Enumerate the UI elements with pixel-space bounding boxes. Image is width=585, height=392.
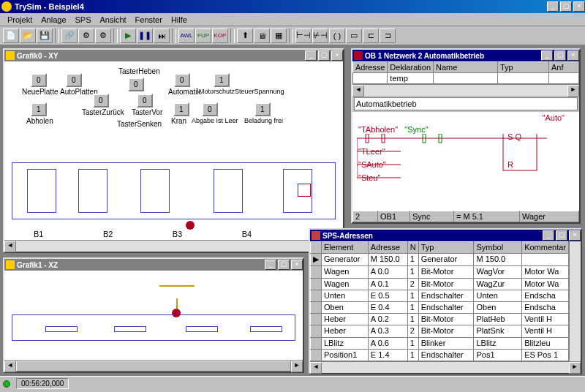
tastervor-btn[interactable]: 0 [137,94,153,108]
menu-sps[interactable]: SPS [71,14,96,26]
abholen-btn[interactable]: 1 [31,102,47,116]
sps-table[interactable]: ElementAdresseNTypSymbolKommentar▶Genera… [310,241,569,361]
menu-anlage[interactable]: Anlage [37,14,70,26]
tool-branch-icon[interactable]: ⊏ [363,29,379,43]
ob1-maximize[interactable]: ▢ [554,50,566,61]
grafik1-close[interactable]: × [291,260,303,270]
tool-gear2-icon[interactable]: ⚙ [95,29,111,43]
ob1-minimize[interactable]: _ [541,50,553,61]
menu-ansicht[interactable]: Ansicht [96,14,131,26]
tool-contact1-icon[interactable]: ⊢⊣ [295,29,312,43]
ob1-col-typ[interactable]: Typ [498,62,549,73]
ob1-col-anf[interactable]: Anf [549,62,579,73]
sps-col-1[interactable]: Element [322,242,369,254]
beladung-btn[interactable]: 1 [254,102,271,116]
table-row[interactable]: UntenE 0.51EndschalterUntenEndscha [311,290,569,301]
ob1-title: OB 1 Netzwerk 2 Automatikbetrieb [365,52,540,60]
table-row[interactable]: Position1E 1.41EndschalterPos1ES Pos 1 [311,349,569,361]
tool-gear-icon[interactable]: ⚙ [78,29,94,43]
grafik0-scroll-h[interactable]: ◄► [4,240,343,252]
table-row[interactable]: WagenA 0.01Bit-MotorWagVorMotor Wa [311,266,569,278]
tool-pause-icon[interactable]: ❚❚ [137,29,153,43]
abgabe-btn[interactable]: 0 [202,102,218,116]
tool-box-icon[interactable]: ▭ [346,29,362,43]
table-row[interactable]: ObenE 0.41EndschalterObenEndscha [311,302,569,314]
ob1-subtitle-input[interactable] [354,97,578,110]
sps-maximize[interactable]: ▢ [556,230,567,241]
ladder-tabholen-tag: "TAbholen" [358,125,398,134]
motorschutz-btn[interactable]: 1 [214,73,230,87]
ladder-tleer-tag: "TLeer" [358,147,385,156]
sps-col-4[interactable]: Typ [418,242,474,254]
ob1-table-scroll[interactable]: ◄► [352,84,579,96]
menu-projekt[interactable]: Projekt [3,14,37,26]
grafik1-titlebar[interactable]: Grafik1 - XZ _ ▢ × [4,259,303,271]
tasterzurueck-btn[interactable]: 0 [93,94,109,108]
sps-col-2[interactable]: Adresse [368,242,407,254]
tool-pc-icon[interactable]: 🖥 [254,29,270,43]
ob1-f4: Wager [520,211,579,222]
tool-new-icon[interactable]: 📄 [3,29,19,43]
tool-upload-icon[interactable]: ⬆ [237,29,253,43]
sps-titlebar[interactable]: SPS-Adressen _ ▢ × [310,230,581,241]
autoplatten-btn[interactable]: 0 [66,73,82,87]
ob1-col-name[interactable]: Name [434,62,498,73]
ob1-footer: 2 OB1 Sync = M 5.1 Wager [352,211,579,222]
menu-hilfe[interactable]: Hilfe [167,14,192,26]
grafik1-maximize[interactable]: ▢ [278,260,290,270]
grafik1-minimize[interactable]: _ [265,260,276,270]
neueplatte-btn[interactable]: 0 [31,73,47,87]
ob1-titlebar[interactable]: OB 1 Netzwerk 2 Automatikbetrieb _ ▢ × [352,50,579,61]
sps-col-5[interactable]: Symbol [474,242,522,254]
ob1-close[interactable]: × [567,50,579,61]
close-button[interactable]: × [573,1,585,12]
kran-btn[interactable]: 1 [173,102,189,116]
window-icon [6,260,15,269]
menu-fenster[interactable]: Fenster [131,14,167,26]
grafik0-titlebar[interactable]: Grafik0 - XY _ ▢ × [4,50,343,61]
grafik0-close[interactable]: × [331,50,343,61]
table-row[interactable]: HeberA 0.32Bit-MotorPlatSnkVentil H [311,325,569,337]
red-dot2-icon [172,309,181,317]
tool-contact2-icon[interactable]: ⊬⊣ [312,29,328,43]
motorschutz-label: MotorschutzSteuerSpannung [199,88,284,95]
tool-step-icon[interactable]: ⏭ [154,29,170,43]
sps-minimize[interactable]: _ [543,230,554,241]
tool-play-icon[interactable]: ▶ [120,29,136,43]
automatik-btn[interactable]: 0 [174,73,190,87]
grafik0-minimize[interactable]: _ [305,50,317,61]
tool-link-icon[interactable]: 🔗 [61,29,78,43]
table-row[interactable]: WagenA 0.12Bit-MotorWagZurMotor Wa [311,278,569,290]
tool-open-icon[interactable]: 📂 [20,29,36,43]
tool-fup-icon[interactable]: FUP [195,29,211,43]
tool-table-icon[interactable]: ▦ [271,29,287,43]
grafik1-scroll-h[interactable]: ◄► [4,360,303,372]
ob1-col-dekl[interactable]: Deklaration [388,62,434,73]
ob1-window: OB 1 Netzwerk 2 Automatikbetrieb _ ▢ × A… [351,48,581,224]
tool-coil-icon[interactable]: ( ) [329,29,345,43]
ob1-col-adresse[interactable]: Adresse [353,62,388,73]
sps-title: SPS-Adressen [322,232,541,240]
tool-save-icon[interactable]: 💾 [37,29,53,43]
status-led-icon [3,380,10,388]
sps-close[interactable]: × [569,230,581,241]
table-row[interactable]: ▶GeneratorM 150.01GeneratorM 150.0 [311,254,569,266]
table-row[interactable]: LBlitzA 0.61BlinkerLBlitzBlitzleu [311,337,569,349]
ob1-ladder[interactable]: "Auto" "TAbholen" "Sync" S Q R [352,112,579,211]
table-row[interactable]: HeberA 0.21Bit-MotorPlatHebVentil H [311,314,569,325]
tool-branch2-icon[interactable]: ⊐ [380,29,396,43]
sps-col-0[interactable] [311,242,322,254]
sps-scroll-h[interactable]: ◄► [310,361,581,373]
grafik0-maximize[interactable]: ▢ [318,50,330,61]
tool-kop-icon[interactable]: KOP [212,29,228,43]
ladder-diagram-icon: S Q R [357,134,547,185]
sps-col-3[interactable]: N [407,242,418,254]
maximize-button[interactable]: ▢ [560,1,572,12]
sps-scroll-v[interactable] [569,241,581,361]
tasterheben-btn[interactable]: 0 [128,78,144,91]
grafik0-diagram [12,162,336,219]
minimize-button[interactable]: _ [547,1,559,12]
tool-awl-icon[interactable]: AWL [178,29,195,43]
sps-col-6[interactable]: Kommentar [522,242,569,254]
tasterzurueck-label: TasterZurück [82,108,124,116]
